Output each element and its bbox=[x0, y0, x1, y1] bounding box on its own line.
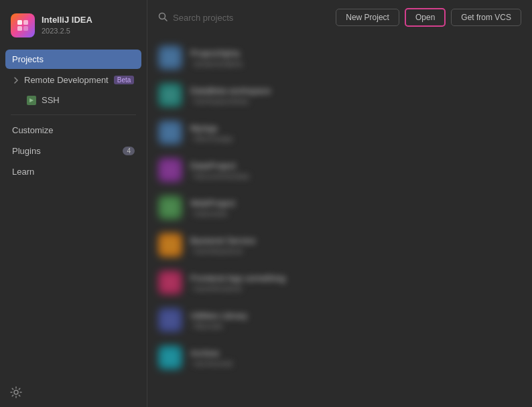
list-item[interactable]: DataBeta workspace ~/workspace/beta bbox=[147, 76, 532, 114]
remote-development-label: Remote Development bbox=[24, 75, 109, 85]
app-logo-icon bbox=[11, 13, 35, 37]
main-content: New Project Open Get from VCS ProjectAlp… bbox=[147, 0, 532, 407]
project-icon bbox=[158, 270, 182, 295]
project-name: DataBeta workspace bbox=[190, 86, 521, 96]
settings-icon[interactable] bbox=[9, 386, 23, 399]
project-info: Backend Service ~/work/backend bbox=[190, 236, 521, 255]
sidebar-item-customize[interactable]: Customize bbox=[5, 120, 141, 140]
project-info: Utilities Library ~/libs/utils bbox=[190, 311, 521, 330]
project-name: MyApp bbox=[190, 123, 521, 133]
list-item[interactable]: WebProject ~/sites/web bbox=[147, 189, 532, 226]
project-name: WebProject bbox=[190, 198, 521, 208]
list-item[interactable]: Utilities Library ~/libs/utils bbox=[147, 301, 532, 339]
project-path: ~/libs/utils bbox=[190, 322, 521, 330]
app-version: 2023.2.5 bbox=[42, 26, 92, 35]
toolbar-buttons: New Project Open Get from VCS bbox=[336, 8, 521, 27]
search-input[interactable] bbox=[173, 13, 329, 23]
open-button[interactable]: Open bbox=[405, 8, 446, 27]
project-icon bbox=[158, 158, 182, 182]
svg-rect-0 bbox=[17, 20, 22, 25]
list-item[interactable]: Frontend App something ~/work/frontend bbox=[147, 264, 532, 301]
project-info: Archive ~/archive/old bbox=[190, 348, 521, 368]
projects-label: Projects bbox=[12, 54, 44, 64]
project-icon bbox=[158, 345, 182, 370]
project-path: ~/dev/myapp bbox=[190, 135, 521, 143]
list-item[interactable]: ProjectAlpha ~/projects/alpha bbox=[147, 39, 532, 76]
project-icon bbox=[158, 46, 182, 70]
svg-rect-2 bbox=[17, 26, 22, 31]
project-name: Utilities Library bbox=[190, 311, 521, 321]
nav-divider-1 bbox=[11, 114, 136, 115]
project-name: Backend Service bbox=[190, 236, 521, 246]
list-item[interactable]: MyApp ~/dev/myapp bbox=[147, 114, 532, 151]
search-wrapper bbox=[158, 12, 329, 23]
sidebar-item-learn[interactable]: Learn bbox=[5, 162, 141, 181]
project-path: ~/documents/data bbox=[190, 172, 521, 180]
beta-badge: Beta bbox=[114, 76, 135, 84]
get-from-vcs-button[interactable]: Get from VCS bbox=[451, 9, 521, 26]
project-name: Frontend App something bbox=[190, 273, 521, 283]
ssh-terminal-icon: ▶ bbox=[27, 96, 36, 105]
project-info: DataBeta workspace ~/workspace/beta bbox=[190, 86, 521, 105]
project-icon bbox=[158, 83, 182, 107]
project-info: WebProject ~/sites/web bbox=[190, 198, 521, 218]
list-item[interactable]: Archive ~/archive/old bbox=[147, 339, 532, 376]
remote-label: Remote Development Beta bbox=[24, 75, 135, 85]
project-icon bbox=[158, 120, 182, 145]
svg-rect-3 bbox=[23, 26, 28, 31]
project-name: ProjectAlpha bbox=[190, 48, 521, 58]
sidebar-bottom bbox=[0, 378, 147, 407]
learn-label: Learn bbox=[12, 167, 34, 177]
project-icon bbox=[158, 308, 182, 332]
project-info: DataProject ~/documents/data bbox=[190, 161, 521, 180]
new-project-button[interactable]: New Project bbox=[336, 9, 399, 26]
project-path: ~/workspace/beta bbox=[190, 97, 521, 105]
list-item[interactable]: DataProject ~/documents/data bbox=[147, 151, 532, 189]
toolbar: New Project Open Get from VCS bbox=[147, 0, 532, 35]
list-item[interactable]: Backend Service ~/work/backend bbox=[147, 226, 532, 264]
search-icon bbox=[158, 12, 168, 23]
project-path: ~/sites/web bbox=[190, 210, 521, 218]
project-path: ~/projects/alpha bbox=[190, 60, 521, 68]
projects-area[interactable]: ProjectAlpha ~/projects/alpha DataBeta w… bbox=[147, 35, 532, 407]
svg-point-4 bbox=[14, 390, 18, 394]
sidebar-item-plugins[interactable]: Plugins 4 bbox=[5, 141, 141, 161]
sidebar-item-remote-development[interactable]: Remote Development Beta bbox=[5, 70, 141, 90]
svg-rect-1 bbox=[23, 20, 28, 25]
ssh-label: SSH bbox=[42, 95, 60, 105]
sidebar-item-ssh[interactable]: ▶ SSH bbox=[5, 91, 141, 109]
project-info: Frontend App something ~/work/frontend bbox=[190, 273, 521, 293]
logo-area: IntelliJ IDEA 2023.2.5 bbox=[0, 0, 147, 50]
plugins-count-badge: 4 bbox=[123, 147, 135, 155]
customize-label: Customize bbox=[12, 125, 53, 135]
sidebar: IntelliJ IDEA 2023.2.5 Projects Remote D… bbox=[0, 0, 147, 407]
project-icon bbox=[158, 195, 182, 220]
project-path: ~/work/frontend bbox=[190, 284, 521, 293]
project-name: DataProject bbox=[190, 161, 521, 171]
project-icon bbox=[158, 233, 182, 257]
nav-items: Projects Remote Development Beta ▶ SSH bbox=[0, 50, 147, 378]
project-info: MyApp ~/dev/myapp bbox=[190, 123, 521, 143]
svg-line-6 bbox=[165, 18, 168, 21]
plugins-label: Plugins bbox=[12, 146, 41, 156]
app-container: IntelliJ IDEA 2023.2.5 Projects Remote D… bbox=[0, 0, 532, 407]
project-name: Archive bbox=[190, 348, 521, 358]
project-path: ~/archive/old bbox=[190, 359, 521, 368]
project-info: ProjectAlpha ~/projects/alpha bbox=[190, 48, 521, 68]
logo-text: IntelliJ IDEA 2023.2.5 bbox=[42, 15, 92, 35]
project-path: ~/work/backend bbox=[190, 247, 521, 255]
app-name: IntelliJ IDEA bbox=[42, 15, 92, 26]
sidebar-item-projects[interactable]: Projects bbox=[5, 50, 141, 69]
